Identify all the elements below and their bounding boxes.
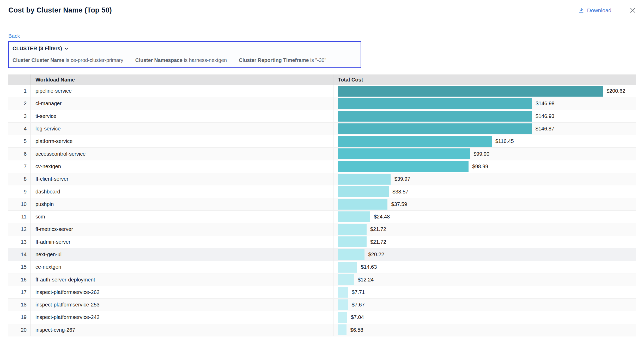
table-row: 2 ci-manager $146.98	[8, 97, 636, 110]
filter-operator: is	[310, 57, 315, 63]
cost-value: $200.62	[606, 88, 625, 94]
cost-bar	[338, 249, 364, 260]
cost-value: $7.04	[351, 314, 364, 320]
table-row: 13 ff-admin-server $21.72	[8, 236, 636, 248]
filter-operator: is	[184, 57, 189, 63]
cost-bar	[338, 312, 347, 323]
total-cost-cell: $7.04	[333, 311, 636, 323]
total-cost-cell: $7.71	[333, 286, 636, 298]
download-icon	[578, 7, 584, 13]
total-cost-cell: $20.22	[333, 248, 636, 261]
workload-name: ff-client-server	[31, 173, 333, 185]
workload-name: inspect-cvng-267	[31, 324, 333, 336]
panel-header: Cost by Cluster Name (Top 50) Download	[0, 0, 644, 14]
table-row: 16 ff-auth-server-deployment $12.24	[8, 273, 636, 286]
workload-name-column-header: Workload Name	[31, 74, 333, 85]
table-row: 7 cv-nextgen $98.99	[8, 160, 636, 173]
cost-bar	[338, 186, 389, 197]
cost-bar	[338, 274, 354, 285]
workload-name: dashboard	[31, 185, 333, 198]
total-cost-cell: $7.67	[333, 299, 636, 311]
total-cost-cell: $38.57	[333, 185, 636, 198]
filter-field: Cluster Cluster Name	[13, 57, 64, 63]
row-rank: 5	[8, 135, 31, 147]
table-row: 18 inspect-platformservice-253 $7.67	[8, 299, 636, 311]
chevron-down-icon	[64, 47, 68, 50]
cost-table: Workload Name Total Cost 1 pipeline-serv…	[8, 74, 636, 336]
close-button[interactable]	[629, 7, 636, 14]
table-row: 8 ff-client-server $39.97	[8, 173, 636, 185]
row-rank: 6	[8, 148, 31, 160]
table-row: 14 next-gen-ui $20.22	[8, 248, 636, 261]
workload-name: ff-admin-server	[31, 236, 333, 248]
cost-bar	[338, 211, 370, 222]
total-cost-cell: $21.72	[333, 223, 636, 235]
cost-bar	[338, 123, 532, 134]
cost-bar	[338, 236, 367, 247]
table-row: 20 inspect-cvng-267 $6.58	[8, 324, 636, 336]
row-rank: 12	[8, 223, 31, 235]
table-row: 5 platform-service $116.45	[8, 135, 636, 148]
download-button[interactable]: Download	[578, 7, 611, 14]
workload-name: log-service	[31, 123, 333, 135]
cost-bar	[338, 148, 470, 159]
table-row: 12 ff-metrics-server $21.72	[8, 223, 636, 236]
filter-panel: CLUSTER (3 Filters) Cluster Cluster Name…	[8, 41, 361, 68]
cost-bar	[338, 262, 357, 273]
workload-name: inspect-platformservice-253	[31, 299, 333, 311]
workload-name: inspect-platformservice-242	[31, 311, 333, 323]
cost-value: $146.98	[536, 101, 554, 106]
cost-value: $38.57	[392, 189, 408, 195]
row-rank: 2	[8, 97, 31, 110]
filter-group-toggle[interactable]: CLUSTER (3 Filters)	[13, 46, 68, 52]
total-cost-cell: $21.72	[333, 236, 636, 248]
total-cost-cell: $146.93	[333, 110, 636, 122]
cost-value: $99.90	[473, 151, 489, 157]
filter-field: Cluster Namespace	[135, 57, 183, 63]
filter-value: harness-nextgen	[189, 57, 227, 63]
applied-filters-list: Cluster Cluster Name is ce-prod-cluster-…	[13, 57, 357, 63]
row-rank: 14	[8, 248, 31, 261]
table-body: 1 pipeline-service $200.62 2 ci-manager …	[8, 85, 636, 336]
row-rank: 18	[8, 299, 31, 311]
cost-value: $146.87	[536, 126, 554, 132]
workload-name: ci-manager	[31, 97, 333, 110]
cost-value: $6.58	[350, 327, 363, 333]
row-rank: 19	[8, 311, 31, 323]
table-row: 6 accesscontrol-service $99.90	[8, 148, 636, 160]
cost-value: $37.59	[391, 201, 407, 207]
row-rank: 11	[8, 211, 31, 223]
workload-name: ff-metrics-server	[31, 223, 333, 235]
page-title: Cost by Cluster Name (Top 50)	[8, 6, 112, 14]
row-rank: 16	[8, 273, 31, 286]
cost-bar	[338, 86, 603, 97]
workload-name: inspect-platformservice-262	[31, 286, 333, 298]
download-label: Download	[587, 7, 611, 14]
row-rank: 10	[8, 198, 31, 210]
cost-value: $7.67	[352, 302, 365, 308]
workload-name: accesscontrol-service	[31, 148, 333, 160]
total-cost-cell: $98.99	[333, 160, 636, 173]
back-link[interactable]: Back	[8, 33, 20, 39]
filter-group-label: CLUSTER (3 Filters)	[13, 46, 62, 52]
row-rank: 17	[8, 286, 31, 298]
workload-name: pipeline-service	[31, 85, 333, 97]
table-row: 15 ce-nextgen $14.63	[8, 261, 636, 273]
rank-column-header	[8, 74, 31, 85]
row-rank: 9	[8, 185, 31, 198]
total-cost-cell: $146.98	[333, 97, 636, 110]
table-header-row: Workload Name Total Cost	[8, 74, 636, 85]
applied-filter: Cluster Cluster Name is ce-prod-cluster-…	[13, 57, 123, 63]
cost-bar	[338, 111, 532, 122]
total-cost-cell: $146.87	[333, 123, 636, 135]
workload-name: cv-nextgen	[31, 160, 333, 173]
cost-value: $14.63	[361, 264, 377, 270]
row-rank: 20	[8, 324, 31, 336]
applied-filter: Cluster Namespace is harness-nextgen	[135, 57, 227, 63]
workload-name: ce-nextgen	[31, 261, 333, 273]
cost-bar	[338, 224, 367, 235]
cost-value: $21.72	[370, 239, 386, 245]
row-rank: 7	[8, 160, 31, 173]
table-row: 4 log-service $146.87	[8, 123, 636, 135]
total-cost-cell: $99.90	[333, 148, 636, 160]
